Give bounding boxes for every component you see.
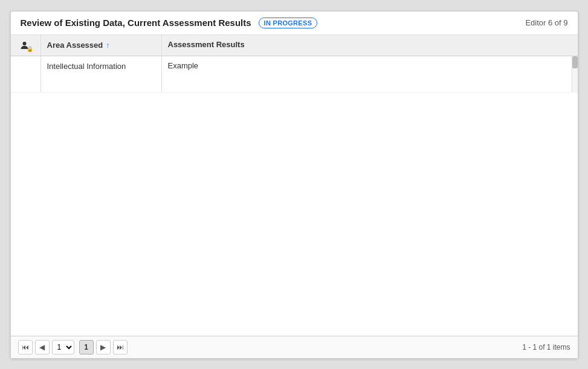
col-results-header: Assessment Results	[162, 35, 578, 56]
table-body: Intellectual Information Example	[11, 56, 578, 336]
last-page-button[interactable]: ⏭	[113, 340, 128, 354]
current-page-number[interactable]: 1	[79, 340, 94, 354]
assessment-results-label: Assessment Results	[168, 40, 245, 49]
col-area-header[interactable]: Area Assessed ↑	[41, 35, 162, 56]
row-results-cell: Example	[162, 56, 578, 92]
table-row: Intellectual Information Example	[11, 56, 578, 93]
header: Review of Existing Data, Current Assessm…	[11, 11, 578, 35]
page-title: Review of Existing Data, Current Assessm…	[21, 18, 251, 28]
table-container: 🔒 Area Assessed ↑ Assessment Results Int…	[11, 35, 578, 336]
first-page-button[interactable]: ⏮	[18, 340, 33, 354]
result-value: Example	[168, 61, 199, 70]
scrollbar-thumb[interactable]	[572, 56, 578, 68]
page-select[interactable]: 1	[52, 340, 74, 354]
sort-icon[interactable]: ↑	[106, 41, 109, 50]
main-window: Review of Existing Data, Current Assessm…	[10, 11, 578, 359]
prev-page-button[interactable]: ◀	[35, 340, 50, 354]
pagination-controls: ⏮ ◀ 1 1 ▶ ⏭	[18, 340, 128, 354]
editor-info: Editor 6 of 9	[525, 18, 567, 27]
svg-point-0	[23, 42, 27, 45]
lock-icon: 🔒	[27, 46, 33, 52]
col-icon-header: 🔒	[11, 35, 41, 56]
scrollbar[interactable]	[572, 56, 578, 92]
person-lock-icon: 🔒	[20, 40, 31, 51]
status-badge: IN PROGRESS	[259, 18, 318, 28]
table-header: 🔒 Area Assessed ↑ Assessment Results	[11, 35, 578, 56]
area-assessed-label: Area Assessed	[47, 41, 103, 50]
header-left: Review of Existing Data, Current Assessm…	[21, 18, 318, 28]
row-area-cell: Intellectual Information	[41, 56, 162, 92]
row-icon-cell	[11, 56, 41, 92]
footer: ⏮ ◀ 1 1 ▶ ⏭ 1 - 1 of 1 items	[11, 336, 578, 358]
items-info: 1 - 1 of 1 items	[522, 343, 570, 351]
next-page-button[interactable]: ▶	[96, 340, 111, 354]
